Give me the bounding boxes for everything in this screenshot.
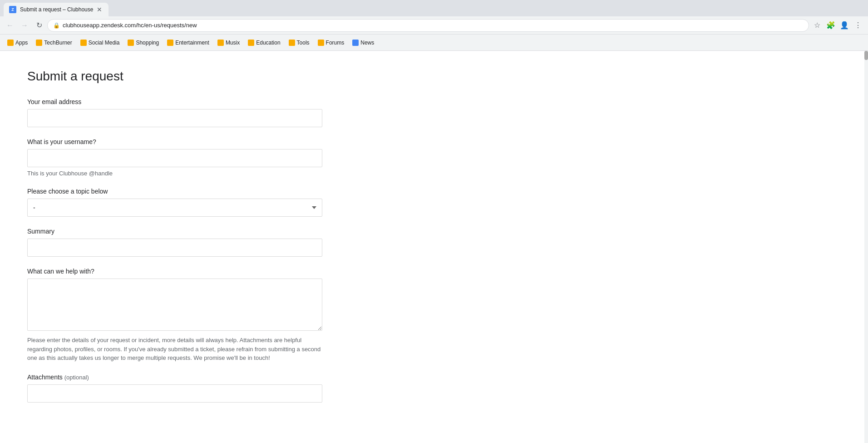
bookmark-shopping[interactable]: Shopping xyxy=(124,38,163,48)
address-bar[interactable]: 🔒 clubhouseapp.zendesk.com/hc/en-us/requ… xyxy=(47,19,809,32)
url-text: clubhouseapp.zendesk.com/hc/en-us/reques… xyxy=(63,22,803,29)
tab-title: Submit a request – Clubhouse xyxy=(20,6,93,13)
bookmark-label-education: Education xyxy=(256,40,280,46)
bookmark-icon-shopping xyxy=(128,40,134,46)
bookmark-icon-education xyxy=(248,40,254,46)
bookmark-education[interactable]: Education xyxy=(244,38,284,48)
bookmark-icon-social-media xyxy=(80,40,87,46)
bookmark-musix[interactable]: Musix xyxy=(214,38,243,48)
bookmark-entertainment[interactable]: Entertainment xyxy=(163,38,213,48)
attachments-input[interactable] xyxy=(27,384,322,403)
bookmark-icon-forums xyxy=(318,40,324,46)
topic-group: Please choose a topic below - Account Is… xyxy=(27,188,322,217)
extensions-button[interactable]: 🧩 xyxy=(824,19,837,32)
help-group: What can we help with? Please enter the … xyxy=(27,268,322,363)
bookmark-label-news: News xyxy=(360,40,374,46)
attachments-group: Attachments (optional) xyxy=(27,373,322,403)
summary-group: Summary xyxy=(27,228,322,257)
bookmark-tools[interactable]: Tools xyxy=(285,38,313,48)
attachments-label: Attachments (optional) xyxy=(27,373,322,381)
scrollbar-thumb[interactable] xyxy=(864,51,868,60)
bookmark-icon-techburner xyxy=(36,40,42,46)
bookmark-news[interactable]: News xyxy=(349,38,378,48)
bookmark-label-forums: Forums xyxy=(326,40,345,46)
menu-button[interactable]: ⋮ xyxy=(852,19,864,32)
bookmark-social-media[interactable]: Social Media xyxy=(77,38,123,48)
bookmark-label-apps: Apps xyxy=(15,40,28,46)
bookmark-icon-entertainment xyxy=(167,40,173,46)
browser-chrome: Z Submit a request – Clubhouse ✕ ← → ↻ 🔒… xyxy=(0,0,868,51)
bookmark-label-entertainment: Entertainment xyxy=(175,40,209,46)
bookmark-label-social-media: Social Media xyxy=(89,40,120,46)
bookmark-label-tools: Tools xyxy=(297,40,310,46)
help-label: What can we help with? xyxy=(27,268,322,275)
bookmark-label-techburner: TechBurner xyxy=(44,40,72,46)
email-input[interactable] xyxy=(27,109,322,127)
attachments-optional: (optional) xyxy=(64,374,89,381)
bookmark-label-musix: Musix xyxy=(226,40,240,46)
page-title: Submit a request xyxy=(27,69,841,84)
lock-icon: 🔒 xyxy=(53,22,60,29)
toolbar-right: ☆ 🧩 👤 ⋮ xyxy=(811,19,864,32)
help-description: Please enter the details of your request… xyxy=(27,336,322,363)
topic-select[interactable]: - Account Issues Technical Problems Feat… xyxy=(27,199,322,217)
username-label: What is your username? xyxy=(27,138,322,145)
forward-button[interactable]: → xyxy=(18,19,31,32)
bookmark-apps[interactable]: Apps xyxy=(4,38,31,48)
browser-tabs: Z Submit a request – Clubhouse ✕ xyxy=(4,0,108,16)
tab-favicon: Z xyxy=(9,6,16,13)
topic-label: Please choose a topic below xyxy=(27,188,322,195)
tab-close-button[interactable]: ✕ xyxy=(96,6,103,13)
username-group: What is your username? This is your Club… xyxy=(27,138,322,177)
email-label: Your email address xyxy=(27,98,322,105)
bookmarks-bar: AppsTechBurnerSocial MediaShoppingEntert… xyxy=(0,35,868,51)
bookmark-label-shopping: Shopping xyxy=(136,40,159,46)
bookmark-techburner[interactable]: TechBurner xyxy=(32,38,75,48)
email-group: Your email address xyxy=(27,98,322,127)
bookmark-icon-apps xyxy=(7,40,14,46)
bookmark-forums[interactable]: Forums xyxy=(314,38,348,48)
browser-toolbar: ← → ↻ 🔒 clubhouseapp.zendesk.com/hc/en-u… xyxy=(0,16,868,35)
summary-label: Summary xyxy=(27,228,322,235)
help-textarea[interactable] xyxy=(27,279,322,331)
scrollbar-track[interactable] xyxy=(864,51,868,443)
browser-tab-active[interactable]: Z Submit a request – Clubhouse ✕ xyxy=(4,3,108,16)
profile-button[interactable]: 👤 xyxy=(838,19,851,32)
browser-titlebar: Z Submit a request – Clubhouse ✕ xyxy=(0,0,868,16)
bookmark-icon-tools xyxy=(289,40,295,46)
summary-input[interactable] xyxy=(27,239,322,257)
page-content: Submit a request Your email address What… xyxy=(0,51,868,443)
star-button[interactable]: ☆ xyxy=(811,19,824,32)
username-hint: This is your Clubhouse @handle xyxy=(27,170,322,177)
refresh-button[interactable]: ↻ xyxy=(33,19,45,32)
bookmark-icon-news xyxy=(352,40,359,46)
back-button[interactable]: ← xyxy=(4,19,16,32)
bookmark-icon-musix xyxy=(217,40,224,46)
username-input[interactable] xyxy=(27,149,322,167)
